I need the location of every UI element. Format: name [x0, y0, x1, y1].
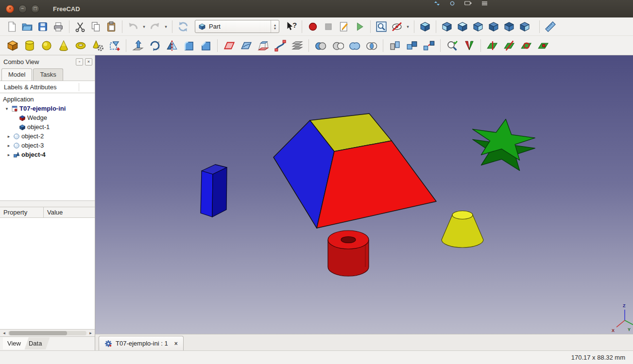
boolean-union-button[interactable]	[346, 37, 363, 54]
tree-row-object-2[interactable]: ▸ object-2	[0, 132, 95, 141]
tree-row-object-1[interactable]: object-1	[0, 122, 95, 132]
shape-builder-button[interactable]	[106, 37, 123, 54]
view-axonometric-button[interactable]	[417, 19, 433, 34]
part-primitives-button[interactable]	[89, 37, 106, 54]
tree-row-application[interactable]: Application	[0, 95, 95, 104]
expander-closed-icon[interactable]: ▸	[6, 152, 12, 157]
titlebar[interactable]: × − □ FreeCAD	[0, 0, 633, 17]
slice-apart-button[interactable]	[484, 37, 501, 54]
scroll-right-button[interactable]: ▸	[87, 331, 94, 335]
extrude-button[interactable]	[129, 37, 146, 54]
tab-view[interactable]: View	[3, 337, 29, 349]
window-maximize-button[interactable]: □	[31, 5, 39, 13]
make-face-button[interactable]	[221, 37, 238, 54]
xor-button[interactable]	[518, 37, 535, 54]
tree-row-object-3[interactable]: ▸ object-3	[0, 141, 95, 150]
mirror-button[interactable]	[163, 37, 180, 54]
macro-stop-button[interactable]	[321, 19, 336, 34]
undo-button[interactable]	[125, 19, 141, 34]
view-top-button[interactable]	[455, 19, 470, 34]
defeaturing-button[interactable]	[535, 37, 552, 54]
undo-dropdown[interactable]: ▾	[141, 19, 147, 34]
revolve-button[interactable]	[146, 37, 163, 54]
make-compound-button[interactable]	[403, 37, 420, 54]
cut-button[interactable]	[72, 19, 88, 34]
panel-splitter[interactable]	[0, 201, 95, 207]
combobox-spinner[interactable]: ▴ ▾	[271, 20, 279, 33]
object-wedge-pyramid[interactable]	[274, 114, 436, 228]
3d-scene[interactable]: Z X Y	[95, 55, 633, 334]
tree-row-wedge[interactable]: Wedge	[0, 113, 95, 122]
refresh-button[interactable]	[175, 19, 191, 34]
boolean-cut-button[interactable]	[329, 37, 346, 54]
view-bottom-button[interactable]	[501, 19, 517, 34]
part-box-button[interactable]	[4, 37, 21, 54]
panel-close-button[interactable]: ×	[85, 58, 92, 66]
check-geometry-button[interactable]	[444, 37, 461, 54]
ruled-surface-button[interactable]	[238, 37, 255, 54]
scrollbar-track[interactable]	[8, 331, 86, 335]
scrollbar-thumb[interactable]	[9, 331, 67, 335]
loft-button[interactable]	[255, 37, 272, 54]
sweep-button[interactable]	[272, 37, 289, 54]
expander-closed-icon[interactable]: ▸	[6, 143, 12, 148]
fillet-button[interactable]	[180, 37, 197, 54]
3d-viewport[interactable]: Z X Y	[95, 55, 633, 334]
draw-style-button[interactable]	[389, 19, 405, 34]
tree-column-header[interactable]: Labels & Attributes	[0, 81, 95, 93]
tree-row-document[interactable]: ▾ T07-ejemplo-ini	[0, 104, 95, 113]
chamfer-button[interactable]	[197, 37, 214, 54]
tab-tasks[interactable]: Tasks	[33, 68, 63, 81]
join-connect-button[interactable]	[386, 37, 403, 54]
document-tab[interactable]: T07-ejemplo-ini : 1 ×	[99, 336, 184, 350]
explode-compound-button[interactable]	[420, 37, 437, 54]
tab-data[interactable]: Data	[24, 337, 50, 349]
horizontal-scrollbar[interactable]: ◂ ▸	[0, 330, 95, 337]
view-rear-button[interactable]	[486, 19, 501, 34]
part-cylinder-button[interactable]	[21, 37, 38, 54]
whats-this-button[interactable]: ?	[283, 19, 299, 34]
view-front-button[interactable]	[439, 19, 455, 34]
object-yellow-cone[interactable]	[442, 211, 483, 248]
macro-execute-button[interactable]	[352, 19, 367, 34]
new-document-button[interactable]	[4, 19, 19, 34]
workbench-selector[interactable]: Part ▴ ▾	[195, 20, 279, 33]
copy-button[interactable]	[88, 19, 103, 34]
part-torus-button[interactable]	[72, 37, 89, 54]
measure-distance-button[interactable]	[543, 19, 558, 34]
draw-style-dropdown[interactable]: ▾	[405, 19, 411, 34]
view-right-button[interactable]	[470, 19, 486, 34]
macro-edit-button[interactable]	[336, 19, 352, 34]
macro-record-button[interactable]	[305, 19, 321, 34]
window-minimize-button[interactable]: −	[18, 5, 27, 13]
expander-open-icon[interactable]: ▾	[4, 106, 10, 111]
tree-row-object-4[interactable]: ▸ object-4	[0, 150, 95, 159]
part-cone-button[interactable]	[55, 37, 72, 54]
boolean-fragments-button[interactable]	[461, 37, 478, 54]
slice-button[interactable]	[501, 37, 518, 54]
cross-sections-button[interactable]	[289, 37, 306, 54]
close-tab-icon[interactable]: ×	[174, 340, 178, 347]
model-tree[interactable]: Application ▾ T07-ejemplo-ini Wedge obje…	[0, 93, 95, 201]
boolean-button[interactable]	[312, 37, 329, 54]
box-zoom-button[interactable]	[374, 19, 389, 34]
boolean-intersection-button[interactable]	[363, 37, 380, 54]
property-table-header[interactable]: Property Value	[0, 207, 95, 218]
save-document-button[interactable]	[35, 19, 51, 34]
expander-closed-icon[interactable]: ▸	[6, 134, 12, 139]
window-close-button[interactable]: ×	[6, 5, 14, 13]
scroll-left-button[interactable]: ◂	[1, 331, 7, 335]
redo-button[interactable]	[147, 19, 163, 34]
tab-model[interactable]: Model	[1, 68, 32, 81]
view-left-button[interactable]	[517, 19, 532, 34]
paste-button[interactable]	[103, 19, 119, 34]
combo-view-header[interactable]: Combo View ▫ ×	[0, 55, 95, 68]
object-red-tube[interactable]	[328, 231, 369, 276]
open-document-button[interactable]	[19, 19, 35, 34]
object-green-star[interactable]	[468, 115, 539, 172]
object-blue-box[interactable]	[201, 165, 227, 217]
print-button[interactable]	[51, 19, 66, 34]
part-sphere-button[interactable]	[38, 37, 55, 54]
panel-float-button[interactable]: ▫	[76, 58, 83, 66]
property-table-body[interactable]	[0, 218, 95, 330]
